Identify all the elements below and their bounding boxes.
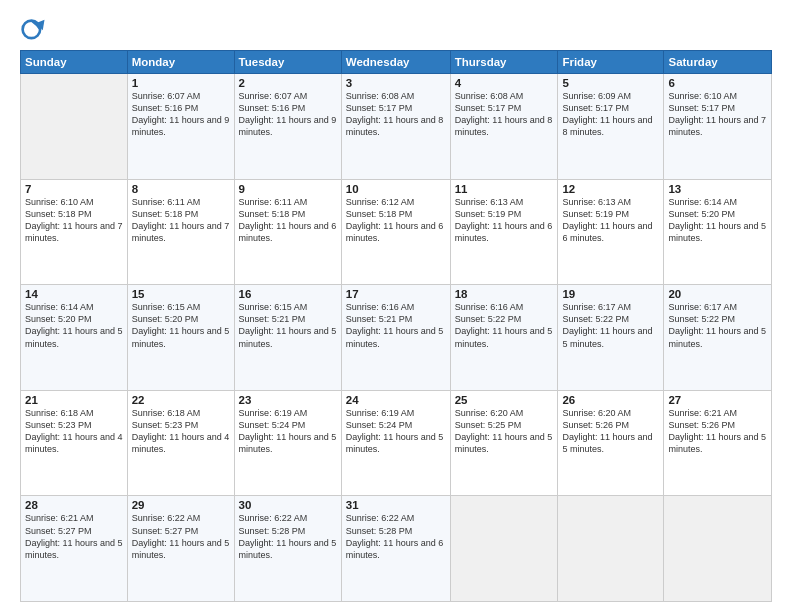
calendar-cell: 30Sunrise: 6:22 AMSunset: 5:28 PMDayligh… <box>234 496 341 602</box>
day-number: 21 <box>25 394 123 406</box>
calendar-page: SundayMondayTuesdayWednesdayThursdayFrid… <box>0 0 792 612</box>
day-info: Sunrise: 6:22 AMSunset: 5:27 PMDaylight:… <box>132 512 230 561</box>
day-number: 11 <box>455 183 554 195</box>
calendar-week-row: 14Sunrise: 6:14 AMSunset: 5:20 PMDayligh… <box>21 285 772 391</box>
day-info: Sunrise: 6:15 AMSunset: 5:21 PMDaylight:… <box>239 301 337 350</box>
day-number: 10 <box>346 183 446 195</box>
calendar-cell: 28Sunrise: 6:21 AMSunset: 5:27 PMDayligh… <box>21 496 128 602</box>
day-info: Sunrise: 6:20 AMSunset: 5:26 PMDaylight:… <box>562 407 659 456</box>
calendar-week-row: 1Sunrise: 6:07 AMSunset: 5:16 PMDaylight… <box>21 74 772 180</box>
calendar-cell: 5Sunrise: 6:09 AMSunset: 5:17 PMDaylight… <box>558 74 664 180</box>
day-info: Sunrise: 6:13 AMSunset: 5:19 PMDaylight:… <box>455 196 554 245</box>
calendar-cell: 2Sunrise: 6:07 AMSunset: 5:16 PMDaylight… <box>234 74 341 180</box>
calendar-table: SundayMondayTuesdayWednesdayThursdayFrid… <box>20 50 772 602</box>
day-number: 30 <box>239 499 337 511</box>
day-info: Sunrise: 6:15 AMSunset: 5:20 PMDaylight:… <box>132 301 230 350</box>
calendar-cell: 31Sunrise: 6:22 AMSunset: 5:28 PMDayligh… <box>341 496 450 602</box>
day-number: 29 <box>132 499 230 511</box>
calendar-cell: 6Sunrise: 6:10 AMSunset: 5:17 PMDaylight… <box>664 74 772 180</box>
day-info: Sunrise: 6:16 AMSunset: 5:22 PMDaylight:… <box>455 301 554 350</box>
calendar-cell: 12Sunrise: 6:13 AMSunset: 5:19 PMDayligh… <box>558 179 664 285</box>
calendar-cell: 11Sunrise: 6:13 AMSunset: 5:19 PMDayligh… <box>450 179 558 285</box>
day-info: Sunrise: 6:18 AMSunset: 5:23 PMDaylight:… <box>132 407 230 456</box>
day-info: Sunrise: 6:13 AMSunset: 5:19 PMDaylight:… <box>562 196 659 245</box>
day-info: Sunrise: 6:08 AMSunset: 5:17 PMDaylight:… <box>346 90 446 139</box>
day-info: Sunrise: 6:16 AMSunset: 5:21 PMDaylight:… <box>346 301 446 350</box>
day-number: 13 <box>668 183 767 195</box>
calendar-cell: 29Sunrise: 6:22 AMSunset: 5:27 PMDayligh… <box>127 496 234 602</box>
calendar-cell <box>450 496 558 602</box>
day-info: Sunrise: 6:22 AMSunset: 5:28 PMDaylight:… <box>239 512 337 561</box>
day-number: 27 <box>668 394 767 406</box>
day-number: 9 <box>239 183 337 195</box>
day-number: 3 <box>346 77 446 89</box>
calendar-week-row: 28Sunrise: 6:21 AMSunset: 5:27 PMDayligh… <box>21 496 772 602</box>
logo <box>20 18 51 46</box>
day-header-wednesday: Wednesday <box>341 51 450 74</box>
day-number: 16 <box>239 288 337 300</box>
day-info: Sunrise: 6:22 AMSunset: 5:28 PMDaylight:… <box>346 512 446 561</box>
calendar-cell: 8Sunrise: 6:11 AMSunset: 5:18 PMDaylight… <box>127 179 234 285</box>
calendar-cell: 15Sunrise: 6:15 AMSunset: 5:20 PMDayligh… <box>127 285 234 391</box>
calendar-cell: 17Sunrise: 6:16 AMSunset: 5:21 PMDayligh… <box>341 285 450 391</box>
day-number: 23 <box>239 394 337 406</box>
calendar-cell: 9Sunrise: 6:11 AMSunset: 5:18 PMDaylight… <box>234 179 341 285</box>
day-info: Sunrise: 6:19 AMSunset: 5:24 PMDaylight:… <box>239 407 337 456</box>
day-number: 2 <box>239 77 337 89</box>
day-info: Sunrise: 6:08 AMSunset: 5:17 PMDaylight:… <box>455 90 554 139</box>
day-number: 24 <box>346 394 446 406</box>
day-number: 17 <box>346 288 446 300</box>
day-number: 28 <box>25 499 123 511</box>
calendar-cell: 14Sunrise: 6:14 AMSunset: 5:20 PMDayligh… <box>21 285 128 391</box>
day-number: 25 <box>455 394 554 406</box>
day-header-thursday: Thursday <box>450 51 558 74</box>
day-number: 4 <box>455 77 554 89</box>
calendar-cell: 13Sunrise: 6:14 AMSunset: 5:20 PMDayligh… <box>664 179 772 285</box>
calendar-cell: 27Sunrise: 6:21 AMSunset: 5:26 PMDayligh… <box>664 390 772 496</box>
header <box>20 18 772 46</box>
day-info: Sunrise: 6:17 AMSunset: 5:22 PMDaylight:… <box>562 301 659 350</box>
calendar-cell <box>21 74 128 180</box>
day-number: 26 <box>562 394 659 406</box>
day-header-tuesday: Tuesday <box>234 51 341 74</box>
day-header-monday: Monday <box>127 51 234 74</box>
calendar-cell: 1Sunrise: 6:07 AMSunset: 5:16 PMDaylight… <box>127 74 234 180</box>
day-number: 6 <box>668 77 767 89</box>
calendar-cell: 20Sunrise: 6:17 AMSunset: 5:22 PMDayligh… <box>664 285 772 391</box>
logo-icon <box>20 18 48 46</box>
calendar-cell: 23Sunrise: 6:19 AMSunset: 5:24 PMDayligh… <box>234 390 341 496</box>
calendar-cell: 16Sunrise: 6:15 AMSunset: 5:21 PMDayligh… <box>234 285 341 391</box>
day-number: 22 <box>132 394 230 406</box>
day-header-saturday: Saturday <box>664 51 772 74</box>
day-info: Sunrise: 6:20 AMSunset: 5:25 PMDaylight:… <box>455 407 554 456</box>
day-info: Sunrise: 6:17 AMSunset: 5:22 PMDaylight:… <box>668 301 767 350</box>
day-info: Sunrise: 6:11 AMSunset: 5:18 PMDaylight:… <box>132 196 230 245</box>
day-number: 1 <box>132 77 230 89</box>
calendar-cell: 22Sunrise: 6:18 AMSunset: 5:23 PMDayligh… <box>127 390 234 496</box>
day-info: Sunrise: 6:09 AMSunset: 5:17 PMDaylight:… <box>562 90 659 139</box>
day-number: 14 <box>25 288 123 300</box>
calendar-cell: 25Sunrise: 6:20 AMSunset: 5:25 PMDayligh… <box>450 390 558 496</box>
day-number: 8 <box>132 183 230 195</box>
calendar-header-row: SundayMondayTuesdayWednesdayThursdayFrid… <box>21 51 772 74</box>
day-number: 12 <box>562 183 659 195</box>
calendar-cell: 19Sunrise: 6:17 AMSunset: 5:22 PMDayligh… <box>558 285 664 391</box>
day-info: Sunrise: 6:14 AMSunset: 5:20 PMDaylight:… <box>668 196 767 245</box>
calendar-week-row: 21Sunrise: 6:18 AMSunset: 5:23 PMDayligh… <box>21 390 772 496</box>
calendar-cell: 4Sunrise: 6:08 AMSunset: 5:17 PMDaylight… <box>450 74 558 180</box>
calendar-cell <box>558 496 664 602</box>
day-info: Sunrise: 6:19 AMSunset: 5:24 PMDaylight:… <box>346 407 446 456</box>
calendar-cell: 10Sunrise: 6:12 AMSunset: 5:18 PMDayligh… <box>341 179 450 285</box>
day-header-sunday: Sunday <box>21 51 128 74</box>
day-info: Sunrise: 6:21 AMSunset: 5:27 PMDaylight:… <box>25 512 123 561</box>
calendar-week-row: 7Sunrise: 6:10 AMSunset: 5:18 PMDaylight… <box>21 179 772 285</box>
day-info: Sunrise: 6:14 AMSunset: 5:20 PMDaylight:… <box>25 301 123 350</box>
calendar-cell <box>664 496 772 602</box>
day-number: 5 <box>562 77 659 89</box>
day-info: Sunrise: 6:07 AMSunset: 5:16 PMDaylight:… <box>239 90 337 139</box>
calendar-cell: 3Sunrise: 6:08 AMSunset: 5:17 PMDaylight… <box>341 74 450 180</box>
day-info: Sunrise: 6:18 AMSunset: 5:23 PMDaylight:… <box>25 407 123 456</box>
day-number: 19 <box>562 288 659 300</box>
day-number: 15 <box>132 288 230 300</box>
calendar-cell: 21Sunrise: 6:18 AMSunset: 5:23 PMDayligh… <box>21 390 128 496</box>
